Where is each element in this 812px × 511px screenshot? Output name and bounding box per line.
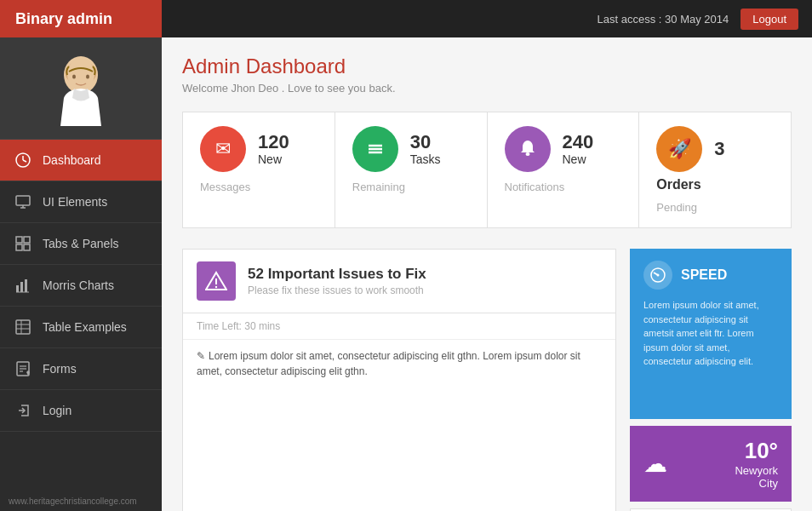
svg-rect-11	[16, 285, 19, 292]
brand-title: Binary admin	[0, 0, 162, 37]
tasks-count: 30	[410, 132, 441, 152]
stat-orders: 🚀 3 Orders Pending	[639, 112, 791, 227]
svg-rect-8	[24, 237, 30, 243]
svg-rect-9	[16, 244, 22, 250]
sidebar-item-label: Morris Charts	[43, 278, 114, 292]
issues-body: ✎Lorem ipsum dolor sit amet, consectetur…	[183, 340, 615, 388]
svg-point-3	[72, 74, 76, 78]
sidebar-item-label: Table Examples	[43, 320, 127, 334]
messages-icon: ✉	[200, 126, 246, 172]
tabs-icon	[14, 234, 32, 253]
issues-header: 52 Important Issues to Fix Please fix th…	[183, 250, 615, 313]
weather-temp: 10°	[735, 438, 778, 464]
sidebar-item-forms[interactable]: Forms	[0, 348, 162, 390]
sidebar-nav: Dashboard UI Elements Tabs & Panels	[0, 140, 162, 491]
orders-label: Orders	[656, 177, 700, 192]
topbar-right: Last access : 30 May 2014 Logout	[598, 9, 798, 30]
svg-rect-13	[25, 279, 27, 292]
sidebar-item-tabs-panels[interactable]: Tabs & Panels	[0, 223, 162, 265]
dashboard-icon	[14, 151, 32, 169]
logout-button[interactable]: Logout	[741, 9, 798, 30]
main-content: Admin Dashboard Welcome Jhon Deo . Love …	[162, 37, 812, 511]
last-access: Last access : 30 May 2014	[598, 13, 729, 26]
weather-city2: City	[735, 477, 778, 490]
issues-title: 52 Important Issues to Fix	[248, 266, 426, 283]
orders-count: 3	[714, 139, 724, 159]
forms-icon	[14, 359, 32, 378]
weather-info: 10° Newyork City	[735, 438, 778, 490]
chart-icon	[14, 276, 32, 295]
sidebar-item-dashboard[interactable]: Dashboard	[0, 140, 162, 181]
edit-icon: ✎	[197, 350, 205, 362]
stat-tasks: 30 Tasks Remaining	[335, 112, 488, 227]
weather-city1: Newyork	[735, 464, 778, 477]
svg-point-26	[525, 152, 529, 156]
cloud-icon: ☁	[643, 450, 667, 478]
sidebar-item-login[interactable]: Login	[0, 390, 162, 432]
issues-text-block: 52 Important Issues to Fix Please fix th…	[248, 266, 426, 296]
sidebar: Dashboard UI Elements Tabs & Panels	[0, 37, 162, 511]
speed-text: Lorem ipsum dolor sit amet, consectetur …	[643, 298, 778, 369]
avatar-icon	[50, 51, 112, 126]
svg-rect-7	[16, 237, 22, 243]
speed-title: SPEED	[681, 267, 727, 283]
tasks-desc: Remaining	[352, 181, 405, 193]
svg-rect-15	[16, 320, 30, 334]
orders-icon: 🚀	[656, 126, 702, 172]
issues-alert-icon	[197, 261, 236, 301]
right-panels: SPEED Lorem ipsum dolor sit amet, consec…	[630, 249, 792, 511]
monitor-icon	[14, 192, 32, 211]
stats-row: ✉ 120 New Messages 30 Tasks	[182, 112, 792, 228]
sidebar-item-label: Dashboard	[43, 153, 101, 167]
table-icon	[14, 318, 32, 336]
sidebar-item-label: Login	[43, 404, 71, 417]
main-layout: Dashboard UI Elements Tabs & Panels	[0, 37, 812, 511]
issues-subtitle: Please fix these issues to work smooth	[248, 284, 426, 296]
messages-count: 120	[258, 132, 289, 152]
issues-time: Time Left: 30 mins	[183, 313, 615, 340]
speed-header: SPEED	[643, 261, 778, 290]
tasks-icon	[352, 126, 398, 172]
notifications-icon	[505, 126, 551, 172]
page-title: Admin Dashboard	[182, 55, 792, 78]
sidebar-item-ui-elements[interactable]: UI Elements	[0, 181, 162, 223]
sidebar-item-label: UI Elements	[43, 195, 107, 209]
notifications-count: 240	[563, 132, 594, 152]
messages-desc: Messages	[200, 181, 250, 193]
sidebar-item-morris-charts[interactable]: Morris Charts	[0, 265, 162, 307]
page-subtitle: Welcome Jhon Deo . Love to see you back.	[182, 82, 792, 95]
svg-rect-6	[16, 196, 30, 205]
weather-panel: ☁ 10° Newyork City	[630, 426, 792, 502]
notifications-desc: Notifications	[505, 181, 565, 193]
orders-desc: Pending	[656, 201, 697, 214]
sidebar-url: www.heritagechristiancollege.com	[0, 491, 162, 511]
svg-rect-10	[24, 244, 30, 250]
messages-label: New	[258, 152, 289, 166]
sidebar-avatar	[0, 37, 162, 140]
svg-rect-12	[20, 282, 23, 292]
sidebar-item-table-examples[interactable]: Table Examples	[0, 307, 162, 348]
svg-point-29	[215, 286, 217, 288]
tasks-label: Tasks	[410, 152, 441, 166]
svg-point-4	[86, 74, 89, 78]
speed-icon	[643, 261, 672, 290]
speed-panel: SPEED Lorem ipsum dolor sit amet, consec…	[630, 249, 792, 419]
stat-notifications: 240 New Notifications	[488, 112, 640, 227]
issues-panel: 52 Important Issues to Fix Please fix th…	[182, 249, 616, 511]
login-icon	[14, 401, 32, 420]
notifications-label: New	[563, 152, 594, 166]
topbar: Binary admin Last access : 30 May 2014 L…	[0, 0, 812, 37]
sidebar-item-label: Forms	[43, 362, 77, 376]
stat-messages: ✉ 120 New Messages	[183, 112, 335, 227]
sidebar-item-label: Tabs & Panels	[43, 237, 119, 250]
svg-point-31	[657, 274, 660, 277]
bottom-row: 52 Important Issues to Fix Please fix th…	[182, 249, 792, 511]
